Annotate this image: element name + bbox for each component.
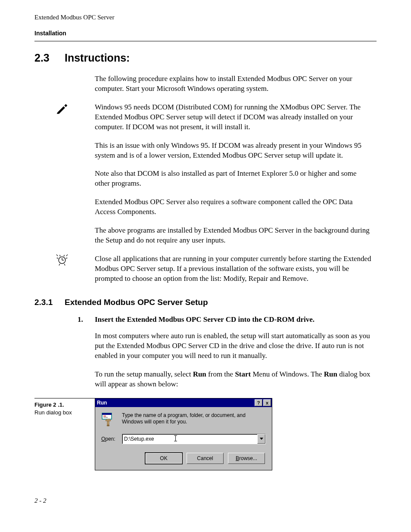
svg-line-4 (66, 255, 68, 256)
heading-3-number: 2.3.1 (34, 297, 65, 308)
heading-3: 2.3.1 Extended Modbus OPC Server Setup (34, 297, 377, 308)
doc-title: Extended Modbus OPC Server (34, 13, 377, 22)
svg-rect-12 (103, 417, 108, 418)
svg-line-5 (57, 258, 59, 258)
heading-3-title: Extended Modbus OPC Server Setup (65, 297, 208, 308)
svg-rect-10 (102, 413, 112, 415)
dialog-title: Run (97, 399, 107, 406)
chevron-down-icon (260, 438, 263, 440)
note-pen: Windows 95 needs DCOM (Distributed COM) … (34, 103, 377, 246)
browse-button[interactable]: Browse... (228, 453, 265, 464)
doc-section: Installation (34, 29, 377, 37)
note1-p5: The above programs are installed by Exte… (95, 226, 372, 246)
run-dialog: Run ? x Type the name of (95, 398, 272, 470)
header-rule (34, 41, 377, 41)
figure-caption-text: Run dialog box (34, 409, 72, 416)
heading-2-title: Instructions: (65, 51, 130, 65)
dialog-titlebar[interactable]: Run ? x (95, 398, 272, 407)
note2-p1: Close all applications that are running … (95, 254, 372, 284)
note-alert: Close all applications that are running … (34, 254, 377, 284)
note1-p1: Windows 95 needs DCOM (Distributed COM) … (95, 103, 372, 132)
run-program-icon (101, 412, 116, 427)
open-input[interactable]: D:\Setup.exe (122, 434, 257, 444)
svg-line-7 (60, 255, 60, 257)
heading-2-number: 2.3 (34, 51, 65, 65)
open-combobox[interactable]: D:\Setup.exe (122, 434, 266, 444)
svg-line-3 (56, 255, 58, 256)
note1-p4: Extended Modbus OPC Server also requires… (95, 197, 372, 217)
svg-line-8 (64, 255, 64, 257)
dropdown-button[interactable] (257, 434, 265, 444)
heading-2: 2.3 Instructions: (34, 51, 377, 65)
close-button[interactable]: x (263, 399, 271, 406)
cancel-button[interactable]: Cancel (187, 453, 224, 464)
intro-paragraph: The following procedure explains how to … (95, 74, 372, 94)
step-1-number: 1. (78, 315, 95, 325)
step-1: 1. Insert the Extended Modbus OPC Server… (78, 315, 377, 325)
svg-line-6 (66, 258, 68, 258)
svg-rect-11 (103, 416, 106, 417)
text-cursor-icon (174, 435, 177, 442)
ok-button[interactable]: OK (145, 453, 182, 464)
alarm-icon (34, 254, 95, 268)
figure-caption: Figure 2 .1. Run dialog box (34, 398, 95, 416)
dialog-instruction: Type the name of a program, folder, or d… (122, 412, 266, 425)
step-1-title: Insert the Extended Modbus OPC Server CD… (95, 315, 372, 325)
page-number: 2 - 2 (34, 496, 377, 505)
step1-p2: To run the setup manually, select Run fr… (95, 370, 372, 389)
step1-p1: In most computers where auto run is enab… (95, 331, 372, 361)
pen-icon (34, 103, 95, 117)
note1-p2: This is an issue with only Windows 95. I… (95, 141, 372, 161)
note1-p3: Note also that DCOM is also installed as… (95, 169, 372, 189)
figure-label: Figure 2 .1. (34, 401, 64, 408)
open-label: Open: (101, 436, 122, 442)
help-button[interactable]: ? (255, 399, 262, 406)
